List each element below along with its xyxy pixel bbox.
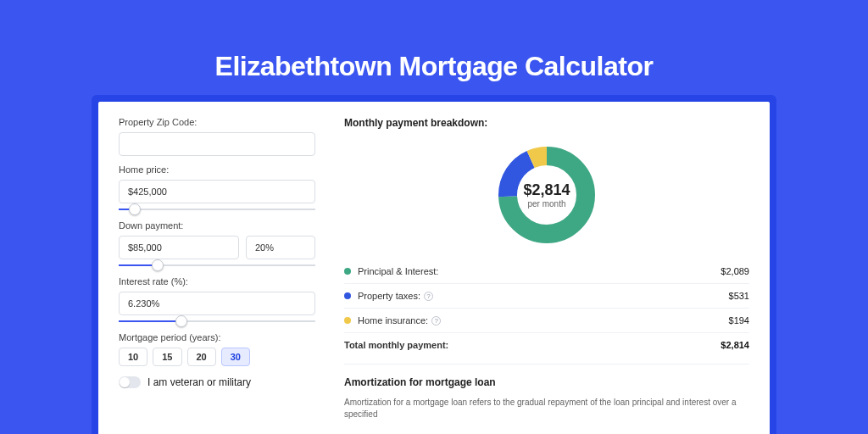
legend-dot-blue	[344, 292, 351, 299]
calculator-stage: Property Zip Code: Home price: Down paym…	[92, 95, 776, 434]
donut-amount: $2,814	[523, 181, 570, 199]
donut-chart: $2,814 per month	[344, 136, 749, 254]
period-option-10[interactable]: 10	[119, 348, 147, 366]
down-payment-amount-input[interactable]	[119, 236, 239, 259]
home-price-label: Home price:	[119, 164, 315, 175]
amortization-body: Amortization for a mortgage loan refers …	[344, 397, 749, 420]
down-payment-slider[interactable]	[119, 259, 315, 271]
value-taxes: $531	[729, 291, 749, 301]
slider-thumb[interactable]	[175, 315, 187, 327]
page-title: Elizabethtown Mortgage Calculator	[0, 0, 868, 82]
breakdown-row-total: Total monthly payment: $2,814	[344, 333, 749, 355]
slider-thumb[interactable]	[129, 203, 141, 215]
legend-dot-green	[344, 268, 351, 275]
breakdown-column: Monthly payment breakdown: $2,814 per mo…	[336, 102, 770, 434]
amortization-section: Amortization for mortgage loan Amortizat…	[344, 364, 749, 420]
amortization-heading: Amortization for mortgage loan	[344, 376, 749, 388]
period-option-15[interactable]: 15	[153, 348, 181, 366]
home-price-slider[interactable]	[119, 203, 315, 215]
donut-caption: per month	[527, 199, 565, 209]
mortgage-period-group: 10 15 20 30	[119, 348, 315, 366]
calculator-panel: Property Zip Code: Home price: Down paym…	[98, 102, 770, 434]
period-option-20[interactable]: 20	[187, 348, 216, 366]
interest-rate-slider[interactable]	[119, 315, 315, 327]
value-principal: $2,089	[721, 266, 749, 276]
help-icon[interactable]: ?	[424, 292, 433, 301]
interest-rate-label: Interest rate (%):	[119, 276, 315, 287]
breakdown-heading: Monthly payment breakdown:	[344, 117, 749, 129]
period-option-30[interactable]: 30	[221, 348, 250, 366]
down-payment-percent-input[interactable]	[246, 236, 315, 259]
breakdown-row-insurance: Home insurance: ? $194	[344, 309, 749, 333]
mortgage-period-label: Mortgage period (years):	[119, 332, 315, 342]
interest-rate-input[interactable]	[119, 292, 315, 315]
slider-thumb[interactable]	[152, 259, 164, 271]
breakdown-list: Principal & Interest: $2,089 Property ta…	[344, 259, 749, 355]
zip-label: Property Zip Code:	[119, 117, 315, 127]
legend-dot-yellow	[344, 317, 351, 324]
form-column: Property Zip Code: Home price: Down paym…	[98, 102, 336, 434]
veteran-toggle[interactable]	[119, 376, 141, 388]
zip-input[interactable]	[119, 132, 315, 156]
veteran-label: I am veteran or military	[147, 376, 251, 388]
help-icon[interactable]: ?	[431, 316, 441, 326]
breakdown-row-taxes: Property taxes: ? $531	[344, 284, 749, 309]
value-insurance: $194	[729, 315, 749, 326]
value-total: $2,814	[721, 340, 749, 350]
down-payment-label: Down payment:	[119, 220, 315, 231]
home-price-input[interactable]	[119, 180, 315, 203]
breakdown-row-principal: Principal & Interest: $2,089	[344, 259, 749, 284]
